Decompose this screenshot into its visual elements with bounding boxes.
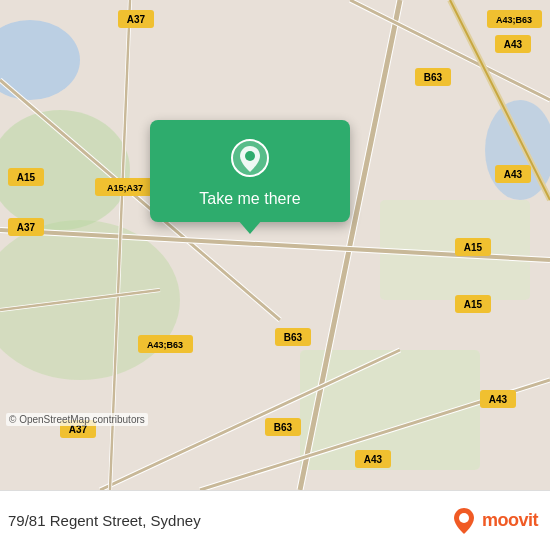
svg-text:A43: A43 xyxy=(504,39,523,50)
map-container: A37 A37 A37 A15 A15;A37 A15 A15 A43 A43;… xyxy=(0,0,550,490)
svg-text:B63: B63 xyxy=(424,72,443,83)
svg-point-57 xyxy=(245,151,255,161)
map-attribution: © OpenStreetMap contributors xyxy=(6,413,148,426)
address-label: 79/81 Regent Street, Sydney xyxy=(8,512,201,529)
navigation-popup[interactable]: Take me there xyxy=(150,120,350,222)
svg-text:A15: A15 xyxy=(464,242,483,253)
svg-text:B63: B63 xyxy=(284,332,303,343)
svg-text:A43;B63: A43;B63 xyxy=(496,15,532,25)
svg-text:A43: A43 xyxy=(489,394,508,405)
moovit-text: moovit xyxy=(482,510,538,531)
svg-text:B63: B63 xyxy=(274,422,293,433)
svg-text:A43;B63: A43;B63 xyxy=(147,340,183,350)
take-me-there-button[interactable]: Take me there xyxy=(199,190,300,208)
svg-text:A15: A15 xyxy=(17,172,36,183)
svg-text:A43: A43 xyxy=(504,169,523,180)
svg-text:A37: A37 xyxy=(17,222,36,233)
svg-text:A37: A37 xyxy=(127,14,146,25)
pin-icon xyxy=(228,136,272,180)
moovit-logo: moovit xyxy=(448,505,538,537)
svg-point-58 xyxy=(459,513,469,523)
moovit-icon xyxy=(448,505,480,537)
svg-text:A43: A43 xyxy=(364,454,383,465)
bottom-bar: 79/81 Regent Street, Sydney moovit xyxy=(0,490,550,550)
svg-text:A15: A15 xyxy=(464,299,483,310)
svg-text:A15;A37: A15;A37 xyxy=(107,183,143,193)
